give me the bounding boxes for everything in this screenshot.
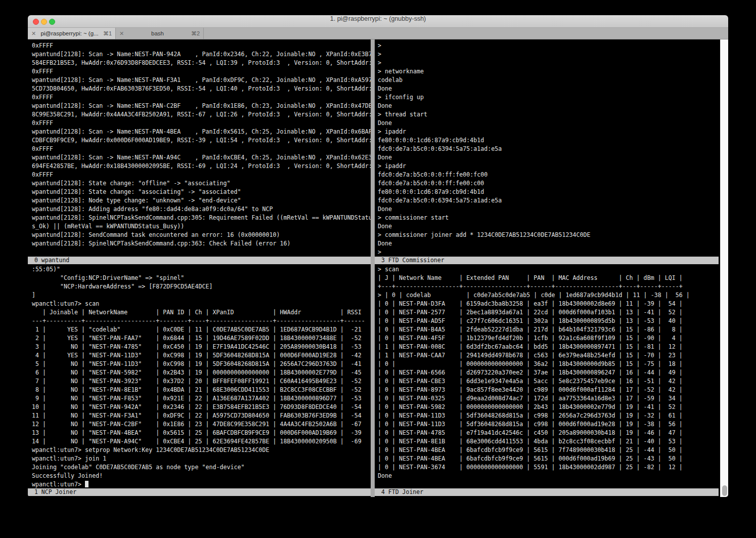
terminal-line: wpantund[2128]: Node type change: "unkno… — [32, 196, 371, 205]
shell-prompt: wpanctl:utun7> — [32, 481, 85, 488]
terminal-line: wpantund[2128]: Scan -> Name:NEST-PAN-C2… — [32, 102, 371, 110]
terminal-line: codelab — [378, 76, 720, 85]
terminal-line: wpantund[2128]: State change: "associati… — [32, 188, 371, 196]
terminal-line: > ifconfig up — [378, 93, 720, 102]
pane-ftd-joiner[interactable]: > scan| J | Network Name | Extended PAN … — [375, 264, 720, 488]
terminal-line: wpantund[2128]: SpinelNCPTaskSendCommand… — [32, 239, 371, 248]
close-window-button[interactable] — [33, 19, 39, 25]
close-tab-icon[interactable]: ✕ — [31, 30, 36, 37]
pane-caption-ftd-commissioner: 3 FTD Commissioner — [375, 257, 719, 264]
minimize-window-button[interactable] — [41, 19, 47, 25]
terminal-content: 0xFFFFwpantund[2128]: Scan -> Name:NEST-… — [28, 39, 728, 497]
terminal-line: | 0 | NEST-PAN-4F5F | 1b12379efd4df20b |… — [378, 334, 720, 343]
terminal-line: Done — [378, 119, 720, 128]
terminal-line: 2 | YES | "NEST-PAN-FAA7" | 0x6844 | 15 … — [32, 334, 371, 343]
window-titlebar[interactable]: 1. pi@raspberrypi: ~ (gnubby-ssh) — [28, 15, 728, 28]
terminal-line: 694FE42857BE, HwAddr:0x18B43000002095BE,… — [32, 162, 371, 171]
traffic-lights — [33, 19, 55, 25]
terminal-line: wpantund[2128]: Scan -> Name:NEST-PAN-4B… — [32, 128, 371, 136]
pane-caption-ncp-joiner: 1 NCP Joiner — [28, 488, 371, 496]
terminal-line: | 0 | NEST-PAN-D3FA | 6159adc3ba8b3258 |… — [378, 300, 720, 308]
terminal-line: 11 | NO | "NEST-PAN-F3A1" | 0xDF9C | 22 … — [32, 411, 371, 420]
terminal-line: wpantund[2128]: Scan -> Name:NEST-PAN-F3… — [32, 76, 371, 85]
terminal-output: :55:05)" "Config:NCP:DriverName" => "spi… — [32, 265, 371, 480]
pane-wpantund[interactable]: 0xFFFFwpantund[2128]: Scan -> Name:NEST-… — [28, 39, 371, 257]
terminal-line: CDBFCB9F9CE9, HwAddr:0x000D6F000AD19BE9,… — [32, 136, 371, 145]
terminal-line: fdc0:de7a:b5c0:0:0:ff:fe00:fc00 — [378, 171, 720, 179]
terminal-line: 3 | NO | "NEST-PAN-4785" | 0xC450 | 19 |… — [32, 343, 371, 351]
terminal-line: fdc0:de7a:b5c0:0:6394:5a75:a1ad:e5a — [378, 196, 720, 205]
terminal-line: 0xFFFF — [32, 93, 371, 102]
terminal-line: 0xFFFF — [32, 119, 371, 128]
terminal-window: 1. pi@raspberrypi: ~ (gnubby-ssh) ✕ pi@r… — [28, 15, 728, 497]
pane-caption-wpantund: 0 wpantund — [28, 257, 371, 264]
tab-shortcut: ⌘2 — [191, 30, 200, 37]
terminal-line: fe80:0:0:0:1cd6:87a9:cb9d:4b1d — [378, 188, 720, 196]
scrollbar-track[interactable] — [720, 39, 728, 497]
terminal-line: Done — [378, 222, 720, 231]
terminal-line: | 1 | NEST-PAN-008C | 6d3df2bc67aabc64 |… — [378, 343, 720, 351]
terminal-line: fdc0:de7a:b5c0:0:6394:5a75:a1ad:e5a — [378, 145, 720, 153]
terminal-line: 12 | NO | "NEST-PAN-C2BF" | 0x1E86 | 23 … — [32, 420, 371, 429]
terminal-line: | 0 | NEST-PAN-AD5F | c27f7c606dc16351 |… — [378, 317, 720, 325]
terminal-line: > ipaddr — [378, 128, 720, 136]
terminal-line: 5CD73D804650, HwAddr:0xFAB6303B76F3ED50,… — [32, 85, 371, 93]
terminal-line: 4 | YES | "NEST-PAN-11D3" | 0xC998 | 19 … — [32, 351, 371, 360]
desktop-background: 1. pi@raspberrypi: ~ (gnubby-ssh) ✕ pi@r… — [0, 0, 756, 538]
terminal-line: Done — [378, 102, 720, 110]
terminal-line: | 0 | NEST-PAN-2577 | 2bec1a8893da67a1 |… — [378, 308, 720, 317]
terminal-line: | 0 | | 0000000000000000 | 36a2 | 18b430… — [378, 360, 720, 368]
terminal-line: Successfully Joined! — [32, 472, 371, 480]
terminal-line: | Joinable | NetworkName | PAN ID | Ch |… — [32, 308, 371, 317]
terminal-line: fe80:0:0:0:1cd6:87a9:cb9d:4b1d — [378, 136, 720, 145]
tab-shortcut: ⌘1 — [103, 30, 112, 37]
terminal-line: > — [378, 50, 720, 59]
terminal-line: | 0 | NEST-PAN-5982 | 0000000000000000 |… — [378, 403, 720, 411]
close-tab-icon[interactable]: ✕ — [119, 30, 124, 37]
terminal-line: "Config:NCP:DriverName" => "spinel" — [32, 274, 371, 282]
pane-ftd-commissioner[interactable]: >>>> networknamecodelabDone> ifconfig up… — [375, 39, 720, 257]
tab-ssh-session[interactable]: ✕ pi@raspberrypi: ~ (g... ⌘1 — [28, 28, 116, 39]
terminal-line: Done — [378, 239, 720, 248]
terminal-line: 0xFFFF — [32, 171, 371, 179]
terminal-line: wpantund[2128]: Scan -> Name:NEST-PAN-A9… — [32, 153, 371, 162]
terminal-line: > thread start — [378, 110, 720, 119]
terminal-line: wpantund[2128]: SendCommand task encount… — [32, 231, 371, 239]
terminal-line: ---+----------+--------------------+----… — [32, 317, 371, 325]
terminal-line: 8C99E358C291, HwAddr:0x4A4A3C4FB2502A91,… — [32, 110, 371, 119]
terminal-line: | 0 | NEST-PAN-11D3 | 5df36048268d815a |… — [378, 411, 720, 420]
terminal-line: 584EFB21B5E3, HwAddr:0x76D93D8F8DEDCEE3,… — [32, 59, 371, 67]
pane-ncp-joiner[interactable]: :55:05)" "Config:NCP:DriverName" => "spi… — [28, 264, 371, 488]
terminal-line: 14 | NO | "NEST-PAN-A94C" | 0xCBE4 | 25 … — [32, 437, 371, 446]
terminal-line: wpantund[2128]: SpinelNCPTaskSendCommand… — [32, 214, 371, 222]
terminal-line: | 0 | NEST-PAN-8973 | 9ac857f8ee3e4420 |… — [378, 386, 720, 394]
terminal-line: 0xFFFF — [32, 145, 371, 153]
terminal-line: wpantund[2128]: Scan -> Name:NEST-PAN-94… — [32, 50, 371, 59]
tab-bash[interactable]: ✕ bash ⌘2 — [116, 28, 204, 39]
terminal-cursor — [85, 481, 88, 487]
terminal-line: Done — [378, 205, 720, 214]
terminal-line: | 0 | NEST-PAN-8E1B | 68e3006cdd411553 |… — [378, 437, 720, 446]
terminal-line: > — [378, 42, 720, 50]
terminal-line: | 0 | NEST-PAN-6566 | d26973220a370ee2 |… — [378, 368, 720, 377]
terminal-output: > scan| J | Network Name | Extended PAN … — [378, 265, 720, 480]
window-title: 1. pi@raspberrypi: ~ (gnubby-ssh) — [28, 15, 728, 22]
terminal-line: | 0 | NEST-PAN-0325 | d9eaa2d008d74ac7 |… — [378, 394, 720, 403]
terminal-line: fdc0:de7a:b5c0:0:0:ff:fe00:c00 — [378, 179, 720, 188]
terminal-line: > commissioner joiner add * 1234C0DE7AB5… — [378, 231, 720, 239]
terminal-line: Done — [378, 153, 720, 162]
terminal-line: Done — [378, 472, 720, 480]
terminal-line: 0xFFFF — [32, 42, 371, 50]
scrollbar-thumb[interactable] — [722, 485, 727, 496]
terminal-line: > networkname — [378, 67, 720, 76]
zoom-window-button[interactable] — [49, 19, 55, 25]
shell-prompt-line: wpanctl:utun7> — [32, 480, 371, 488]
terminal-line: 5 | NO | "NEST-PAN-11D3" | 0xC998 | 19 |… — [32, 360, 371, 368]
terminal-line: > — [378, 248, 720, 257]
terminal-line: | 0 | NEST-PAN-B4A5 | 2fdeab52227d1dba |… — [378, 325, 720, 334]
terminal-line: > commissioner start — [378, 214, 720, 222]
tab-bar-empty-space — [204, 28, 728, 39]
terminal-output: >>>> networknamecodelabDone> ifconfig up… — [378, 42, 720, 257]
terminal-line: wpanctl:utun7> setprop Network:Key 1234C… — [32, 446, 371, 454]
terminal-output: 0xFFFFwpantund[2128]: Scan -> Name:NEST-… — [32, 42, 371, 248]
